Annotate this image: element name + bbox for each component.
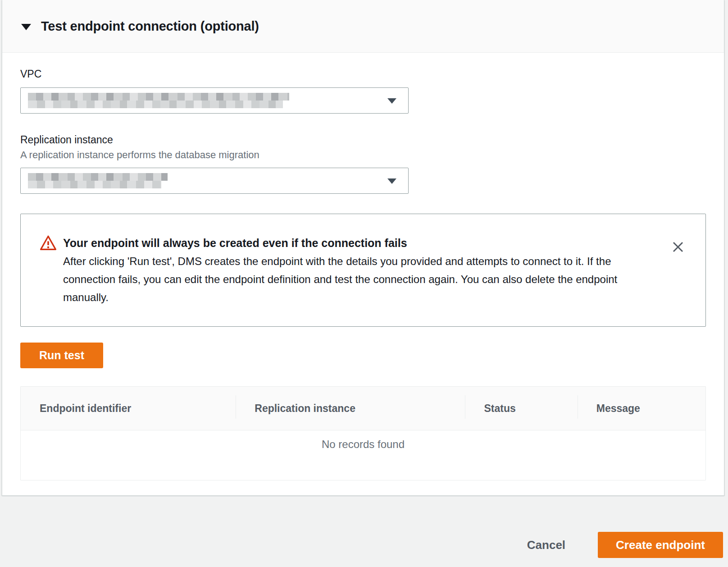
- column-header-status: Status: [465, 387, 577, 430]
- test-endpoint-connection-panel: Test endpoint connection (optional) VPC …: [2, 0, 724, 496]
- triangle-down-icon: [21, 24, 31, 30]
- page-footer: Cancel Create endpoint: [0, 496, 728, 567]
- replication-instance-label: Replication instance: [20, 134, 706, 146]
- column-header-replication-instance: Replication instance: [236, 387, 465, 430]
- table-header-row: Endpoint identifier Replication instance…: [21, 387, 705, 430]
- run-test-button[interactable]: Run test: [20, 343, 103, 368]
- caret-down-icon: [387, 98, 396, 104]
- warning-alert-title: Your endpoint will always be created eve…: [63, 234, 649, 252]
- footer-actions: Cancel Create endpoint: [527, 532, 723, 558]
- warning-alert-body: After clicking 'Run test', DMS creates t…: [63, 252, 649, 306]
- vpc-selected-value-redacted: [28, 93, 289, 108]
- replication-instance-selected-value-redacted: [28, 173, 168, 188]
- column-header-message: Message: [578, 387, 705, 430]
- test-results-table: Endpoint identifier Replication instance…: [20, 386, 706, 480]
- create-endpoint-button[interactable]: Create endpoint: [598, 532, 723, 558]
- replication-instance-select[interactable]: [20, 168, 409, 194]
- close-icon[interactable]: [670, 239, 686, 255]
- vpc-label: VPC: [20, 68, 706, 80]
- warning-triangle-icon: [40, 235, 57, 306]
- vpc-select[interactable]: [20, 87, 409, 114]
- section-body: VPC Replication instance A replication i…: [2, 68, 724, 480]
- replication-instance-description: A replication instance performs the data…: [20, 149, 706, 161]
- section-title: Test endpoint connection (optional): [41, 19, 259, 34]
- table-empty-state: No records found: [21, 430, 705, 480]
- column-header-endpoint-identifier: Endpoint identifier: [21, 387, 236, 430]
- no-records-found-text: No records found: [322, 438, 405, 450]
- warning-alert-text: Your endpoint will always be created eve…: [63, 234, 649, 306]
- cancel-button[interactable]: Cancel: [527, 538, 565, 552]
- caret-down-icon: [387, 178, 396, 184]
- section-header-test-endpoint-connection[interactable]: Test endpoint connection (optional): [2, 0, 724, 53]
- warning-alert: Your endpoint will always be created eve…: [20, 214, 706, 327]
